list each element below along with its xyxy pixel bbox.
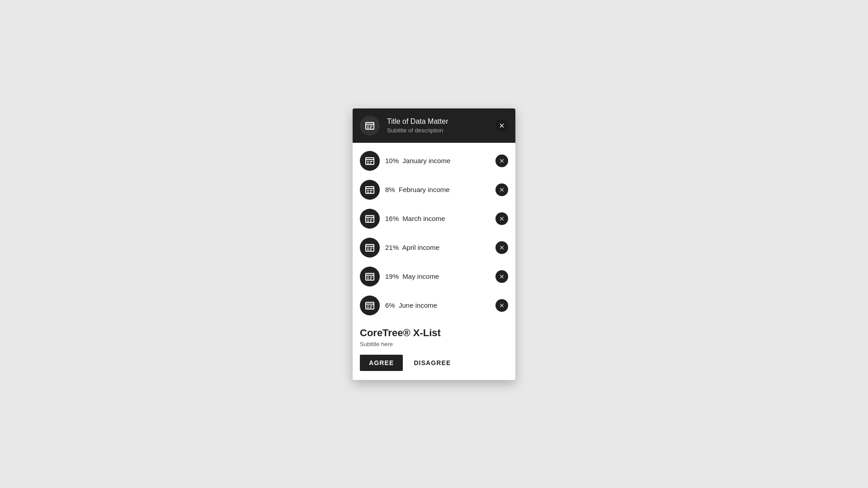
list-item: 10% January income [360,146,508,175]
list-item: 16% March income [360,204,508,233]
item-icon-1 [360,180,380,200]
dialog-header: Title of Data Matter Subtitle of descrip… [353,108,515,143]
header-icon [360,116,380,136]
list-item: 8% February income [360,175,508,204]
item-remove-button-2[interactable] [495,212,508,225]
dialog-footer: CoreTree® X-List Subtitle here AGREE DIS… [353,320,515,380]
item-remove-button-1[interactable] [495,183,508,196]
item-icon-5 [360,296,380,315]
item-icon-4 [360,267,380,286]
item-icon-0 [360,151,380,171]
item-text-5: 6% June income [385,301,490,309]
item-text-2: 16% March income [385,215,490,222]
header-subtitle: Subtitle of description [387,127,488,134]
header-close-button[interactable] [495,119,508,132]
list-item: 19% May income [360,262,508,291]
agree-button[interactable]: AGREE [360,355,403,371]
footer-title: CoreTree® X-List [360,327,508,339]
footer-buttons: AGREE DISAGREE [360,355,508,371]
item-remove-button-0[interactable] [495,155,508,167]
item-icon-2 [360,209,380,229]
item-remove-button-4[interactable] [495,270,508,283]
item-remove-button-3[interactable] [495,241,508,254]
header-title: Title of Data Matter [387,117,488,127]
item-text-1: 8% February income [385,186,490,193]
header-text: Title of Data Matter Subtitle of descrip… [387,117,488,134]
dialog: Title of Data Matter Subtitle of descrip… [353,108,515,380]
item-text-4: 19% May income [385,272,490,280]
list-container: 10% January income 8% February income [353,143,515,320]
list-item: 6% June income [360,291,508,320]
footer-subtitle: Subtitle here [360,341,508,347]
item-remove-button-5[interactable] [495,299,508,312]
item-text-3: 21% April income [385,244,490,251]
list-item: 21% April income [360,233,508,262]
disagree-button[interactable]: DISAGREE [406,355,458,371]
item-text-0: 10% January income [385,157,490,164]
item-icon-3 [360,238,380,258]
